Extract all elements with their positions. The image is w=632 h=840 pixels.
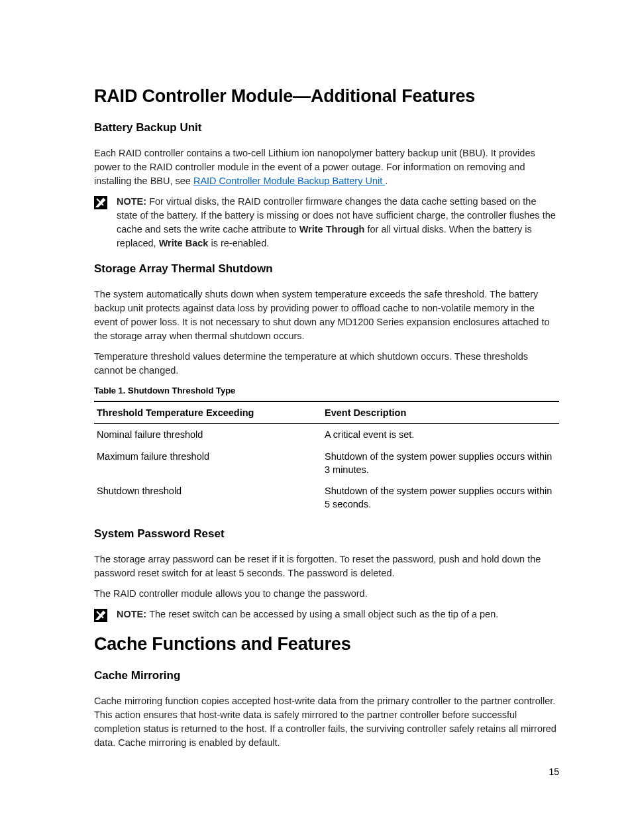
table-cell: Shutdown of the system power supplies oc… (322, 446, 559, 481)
document-page: RAID Controller Module—Additional Featur… (0, 0, 632, 796)
note-label: NOTE: (117, 609, 149, 619)
table-row: Shutdown threshold Shutdown of the syste… (94, 480, 559, 515)
note-body: NOTE: For virtual disks, the RAID contro… (117, 195, 559, 250)
note-block: NOTE: The reset switch can be accessed b… (94, 607, 559, 622)
table-header-event: Event Description (322, 401, 559, 424)
bold-text: Write Back (159, 238, 209, 248)
paragraph-thermal-1: The system automatically shuts down when… (94, 288, 559, 343)
table-cell: Maximum failure threshold (94, 446, 322, 481)
heading-raid-controller: RAID Controller Module—Additional Featur… (94, 86, 559, 107)
table-cell: Nominal failure threshold (94, 424, 322, 446)
table-shutdown-threshold: Threshold Temperature Exceeding Event De… (94, 401, 559, 515)
table-row: Nominal failure threshold A critical eve… (94, 424, 559, 446)
heading-cache-functions: Cache Functions and Features (94, 634, 559, 655)
table-cell: Shutdown of the system power supplies oc… (322, 480, 559, 515)
page-number: 15 (549, 766, 559, 777)
text: The reset switch can be accessed by usin… (149, 609, 498, 619)
heading-password-reset: System Password Reset (94, 527, 559, 541)
note-block: NOTE: For virtual disks, the RAID contro… (94, 195, 559, 250)
note-icon (94, 196, 111, 209)
note-body: NOTE: The reset switch can be accessed b… (117, 607, 498, 621)
paragraph-bbu: Each RAID controller contains a two-cell… (94, 146, 559, 188)
bold-text: Write Through (299, 224, 365, 235)
table-caption: Table 1. Shutdown Threshold Type (94, 386, 559, 395)
note-icon (94, 609, 111, 622)
table-header-threshold: Threshold Temperature Exceeding (94, 401, 322, 424)
text: is re-enabled. (208, 238, 269, 248)
paragraph-thermal-2: Temperature threshold values determine t… (94, 350, 559, 378)
table-header-row: Threshold Temperature Exceeding Event De… (94, 401, 559, 424)
link-bbu-replacement[interactable]: RAID Controller Module Backup Battery Un… (193, 176, 385, 186)
paragraph-mirror: Cache mirroring function copies accepted… (94, 694, 559, 750)
heading-cache-mirroring: Cache Mirroring (94, 669, 559, 682)
heading-bbu: Battery Backup Unit (94, 121, 559, 134)
note-label: NOTE: (117, 196, 149, 207)
table-cell: Shutdown threshold (94, 480, 322, 515)
paragraph-pwd-2: The RAID controller module allows you to… (94, 587, 559, 601)
table-row: Maximum failure threshold Shutdown of th… (94, 446, 559, 481)
text: . (385, 176, 388, 186)
table-cell: A critical event is set. (322, 424, 559, 446)
heading-thermal: Storage Array Thermal Shutdown (94, 262, 559, 276)
paragraph-pwd-1: The storage array password can be reset … (94, 552, 559, 580)
